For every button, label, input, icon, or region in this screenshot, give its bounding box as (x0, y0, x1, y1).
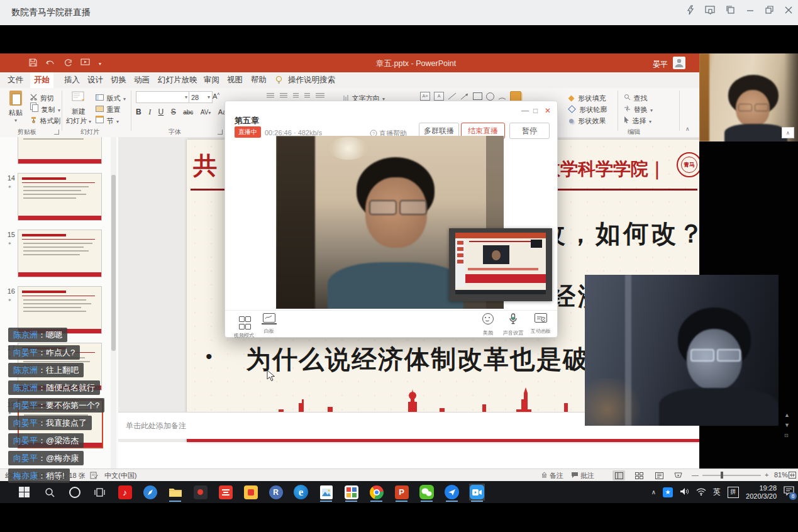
audio-settings-button[interactable]: 声音设置 (499, 313, 527, 337)
start-button[interactable] (16, 484, 32, 501)
layout-button[interactable]: 版式 ▾ (96, 92, 126, 103)
collapse-ribbon-icon[interactable]: ∧ (685, 126, 690, 132)
slideshow-view-button[interactable] (672, 470, 684, 480)
whiteboard-button[interactable]: 白板 (255, 313, 283, 335)
font-size-select[interactable]: 28▾ (189, 91, 213, 103)
volume-icon[interactable] (680, 487, 689, 498)
shape-effects-button[interactable]: 形状效果 (569, 114, 606, 126)
oval-shape-icon[interactable] (486, 92, 494, 101)
tab-transitions[interactable]: 切换 (107, 72, 130, 88)
tell-me-search[interactable]: 操作说明搜索 (284, 72, 339, 88)
paste-button[interactable]: 粘贴▾ (5, 91, 26, 123)
zoom-out-button[interactable]: — (692, 471, 699, 479)
arc-shape-icon[interactable] (498, 93, 506, 100)
scroll-up-button[interactable]: ∧ (782, 127, 794, 138)
shape-outline-button[interactable]: 形状轮廓 (569, 103, 607, 114)
video-mode-button[interactable]: 视频模式 (230, 313, 258, 340)
lightning-icon[interactable] (686, 5, 695, 15)
save-icon[interactable] (29, 58, 37, 69)
live-broadcast-app-icon[interactable] (469, 484, 485, 501)
fit-to-window-button[interactable] (789, 472, 796, 480)
recorder-app-icon[interactable] (192, 484, 208, 501)
interactive-board-button[interactable]: 互动画板 (527, 313, 555, 335)
comments-toggle-icon[interactable] (571, 472, 579, 480)
red-app-icon[interactable] (218, 484, 233, 501)
webcam-feed-bottom[interactable] (585, 275, 779, 426)
beauty-filter-button[interactable]: 美颜 (474, 313, 502, 337)
notes-toggle[interactable]: 备注 (550, 471, 563, 480)
yellow-app-icon[interactable] (243, 484, 258, 501)
rectangle-shape-icon[interactable] (473, 92, 482, 100)
screen-share-pip[interactable] (449, 228, 552, 301)
tab-help[interactable]: 帮助 (247, 72, 270, 88)
account-avatar[interactable] (673, 57, 685, 69)
format-painter-button[interactable]: 格式刷 (30, 114, 60, 126)
minimize-icon[interactable] (746, 5, 755, 15)
shape-fill-button[interactable]: 形状填充 (569, 92, 606, 103)
panel-scrollbar[interactable] (111, 137, 116, 468)
file-explorer-icon[interactable] (167, 484, 183, 501)
live-close-icon[interactable]: ✕ (545, 106, 551, 115)
tim-icon[interactable] (444, 484, 460, 501)
task-view-icon[interactable] (92, 484, 108, 501)
restore-icon[interactable] (765, 5, 774, 15)
slideshow-shortcut-icon[interactable]: ⊡ (784, 433, 789, 438)
tray-chevron-icon[interactable]: ∧ (651, 489, 656, 496)
font-dialog-launcher[interactable] (218, 130, 223, 135)
live-minimize-icon[interactable]: — (521, 106, 529, 115)
reset-button[interactable]: 重置 (96, 103, 120, 114)
grow-font-button[interactable]: A˄ (213, 92, 219, 100)
notes-toggle-icon[interactable] (541, 472, 548, 480)
tray-star-app-icon[interactable]: ★ (663, 487, 673, 497)
reading-view-button[interactable] (653, 470, 665, 480)
pin-window-icon[interactable] (705, 5, 716, 15)
char-spacing-button[interactable]: AV▾ (201, 109, 211, 116)
replace-button[interactable]: 替换 ▾ (624, 103, 653, 114)
line-spacing-icon[interactable] (316, 93, 324, 99)
edge-browser-icon[interactable]: e (293, 484, 309, 501)
pause-button[interactable]: 暂停 (509, 123, 550, 139)
taskbar-search-icon[interactable] (42, 484, 57, 501)
live-maximize-icon[interactable]: □ (533, 106, 538, 115)
tab-view[interactable]: 视图 (223, 72, 247, 88)
wechat-icon[interactable] (419, 484, 435, 501)
netease-music-icon[interactable]: ♪ (117, 484, 133, 501)
strikethrough-button[interactable]: S (171, 108, 176, 116)
chrome-icon[interactable] (369, 484, 384, 501)
zoom-in-button[interactable]: + (765, 471, 768, 479)
tab-insert[interactable]: 插入 (60, 72, 84, 88)
compass-app-icon[interactable] (142, 484, 158, 501)
spellcheck-icon[interactable] (90, 472, 98, 480)
notification-center-icon[interactable]: 8 (784, 486, 794, 498)
tab-home[interactable]: 开始 (30, 72, 53, 88)
cut-button[interactable]: 剪切 (30, 92, 53, 103)
select-button[interactable]: 选择 ▾ (624, 114, 651, 126)
numbering-icon[interactable] (280, 93, 287, 99)
duplicate-window-icon[interactable] (726, 5, 736, 15)
account-name[interactable]: 晏平 (653, 59, 668, 70)
zoom-slider-track[interactable] (702, 475, 761, 476)
tab-animations[interactable]: 动画 (130, 72, 153, 88)
vertical-textbox-icon[interactable]: A (434, 92, 444, 101)
photo-viewer-icon[interactable] (318, 484, 334, 501)
zoom-level[interactable]: 81% (774, 471, 788, 479)
section-button[interactable]: 节 ▾ (96, 114, 119, 126)
zoom-slider-thumb[interactable] (721, 472, 723, 479)
indent-decrease-icon[interactable] (293, 93, 299, 99)
photos-app-icon[interactable] (343, 484, 359, 501)
tab-file[interactable]: 文件 (4, 72, 27, 88)
previous-slide-button[interactable]: ▲ (784, 412, 790, 418)
tab-slideshow[interactable]: 幻灯片放映 (154, 72, 201, 88)
redo-icon[interactable] (64, 58, 72, 69)
font-name-select[interactable]: ▾ (136, 91, 190, 103)
italic-button[interactable]: I (148, 108, 151, 116)
line-shape-icon[interactable] (448, 92, 457, 100)
arrow-shape-icon[interactable] (460, 92, 469, 100)
customize-qat-icon[interactable]: ▾ (99, 61, 101, 67)
find-button[interactable]: 查找 (624, 92, 647, 103)
undo-icon[interactable] (46, 58, 55, 69)
copy-button[interactable]: 复制 ▾ (30, 103, 60, 114)
slide-sorter-view-button[interactable] (633, 470, 645, 480)
shape-quick-style[interactable] (510, 91, 521, 101)
tab-review[interactable]: 审阅 (200, 72, 223, 88)
